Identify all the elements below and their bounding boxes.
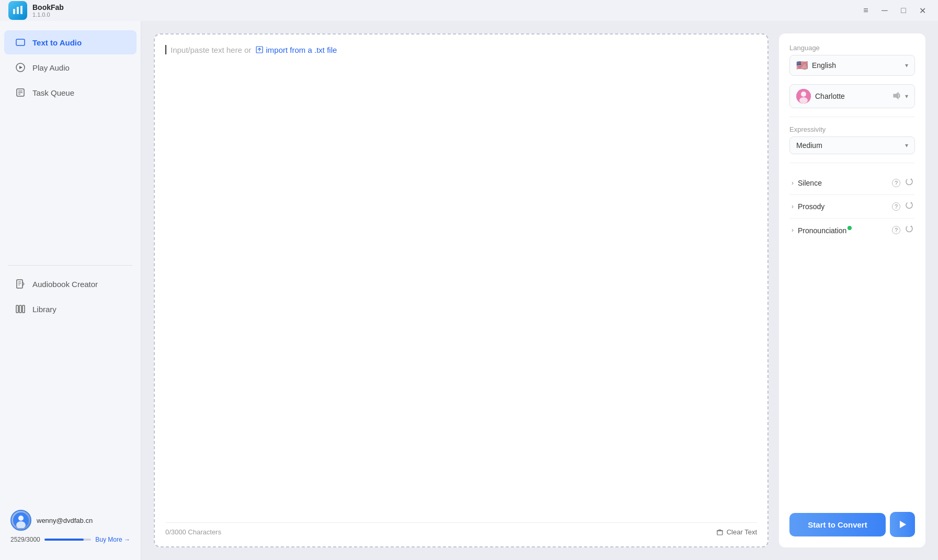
- language-value: English: [812, 61, 901, 70]
- sidebar-divider: [8, 265, 132, 266]
- svg-point-27: [799, 97, 808, 104]
- expressivity-value: Medium: [796, 141, 905, 150]
- divider-2: [789, 163, 915, 163]
- pronounciation-label: Pronounciation: [798, 226, 890, 235]
- silence-chevron-icon: ›: [792, 179, 794, 187]
- svg-rect-11: [17, 280, 22, 288]
- svg-rect-16: [19, 305, 21, 313]
- pronounciation-refresh-icon[interactable]: [905, 225, 913, 235]
- avatar: [10, 510, 31, 531]
- library-icon: [15, 303, 26, 315]
- start-convert-button[interactable]: Start to Convert: [789, 513, 886, 536]
- language-label: Language: [789, 44, 915, 52]
- app-logo-icon: [8, 1, 27, 20]
- clear-text-label: Clear Text: [727, 528, 757, 536]
- minimize-icon: ─: [882, 6, 887, 15]
- clear-text-button[interactable]: Clear Text: [716, 528, 757, 536]
- sidebar-footer: wenny@dvdfab.cn 2529/3000 Buy More →: [0, 501, 141, 552]
- text-to-audio-icon: [15, 37, 26, 48]
- voice-name: Charlotte: [815, 92, 888, 100]
- play-audio-icon: [15, 62, 26, 73]
- svg-marker-31: [910, 225, 912, 227]
- svg-rect-3: [16, 39, 25, 45]
- maximize-button[interactable]: □: [896, 3, 911, 18]
- content-area: Input/paste text here or import from a .…: [141, 21, 938, 560]
- close-button[interactable]: ✕: [915, 3, 930, 18]
- speaker-icon: [892, 92, 901, 101]
- convert-section: Start to Convert: [789, 512, 915, 537]
- credits-progress-bg: [44, 539, 92, 541]
- svg-rect-23: [717, 531, 722, 535]
- sidebar: Text to Audio Play Audio: [0, 21, 141, 560]
- voice-chevron-icon: ▾: [905, 93, 908, 100]
- import-link[interactable]: import from a .txt file: [255, 45, 337, 54]
- credits-count: 2529/3000: [10, 536, 40, 543]
- prosody-refresh-icon[interactable]: [905, 201, 913, 212]
- sidebar-item-audiobook-creator[interactable]: Audiobook Creator: [4, 272, 137, 296]
- voice-avatar: [796, 89, 811, 104]
- prosody-label: Prosody: [798, 202, 890, 211]
- svg-rect-2: [20, 6, 22, 14]
- expressivity-section: Expressivity Medium ▾: [789, 125, 915, 154]
- app-version: 1.1.0.0: [32, 12, 64, 18]
- titlebar: BookFab 1.1.0.0 ≡ ─ □ ✕: [0, 0, 938, 21]
- settings-card: Language 🇺🇸 English ▾: [779, 33, 925, 547]
- svg-rect-1: [17, 7, 19, 14]
- play-button[interactable]: [890, 512, 915, 537]
- credits-bar: 2529/3000 Buy More →: [10, 536, 130, 543]
- editor-placeholder-text: Input/paste text here or: [171, 45, 251, 54]
- prosody-help-icon[interactable]: ?: [892, 202, 900, 211]
- sidebar-label-task-queue: Task Queue: [32, 88, 74, 97]
- pronounciation-section[interactable]: › Pronounciation ?: [789, 219, 915, 242]
- silence-label: Silence: [798, 179, 890, 187]
- editor-footer: 0/3000 Characters Clear Text: [165, 522, 757, 536]
- flag-icon: 🇺🇸: [796, 60, 808, 71]
- collapsible-sections: › Silence ? › Prosody ?: [789, 172, 915, 242]
- editor-hint: Input/paste text here or import from a .…: [165, 45, 757, 54]
- text-cursor: [165, 45, 166, 54]
- app-name: BookFab: [32, 3, 64, 12]
- svg-point-26: [801, 92, 806, 97]
- svg-marker-28: [894, 93, 898, 99]
- expressivity-select[interactable]: Medium ▾: [789, 136, 915, 154]
- pronounciation-help-icon[interactable]: ?: [892, 226, 900, 234]
- menu-button[interactable]: ≡: [858, 3, 873, 18]
- silence-section[interactable]: › Silence ?: [789, 172, 915, 195]
- menu-icon: ≡: [863, 6, 868, 15]
- language-select[interactable]: 🇺🇸 English ▾: [789, 55, 915, 76]
- svg-rect-15: [16, 305, 18, 313]
- sidebar-item-play-audio[interactable]: Play Audio: [4, 55, 137, 79]
- credits-progress-fill: [44, 539, 84, 541]
- buy-more-link[interactable]: Buy More →: [95, 536, 130, 543]
- language-section: Language 🇺🇸 English ▾: [789, 44, 915, 76]
- maximize-icon: □: [901, 6, 906, 15]
- svg-rect-17: [22, 305, 25, 313]
- right-panel: Language 🇺🇸 English ▾: [779, 33, 925, 547]
- sidebar-label-audiobook-creator: Audiobook Creator: [32, 280, 98, 289]
- prosody-section[interactable]: › Prosody ?: [789, 195, 915, 219]
- language-chevron-icon: ▾: [905, 62, 908, 69]
- sidebar-bottom-nav: Audiobook Creator Library: [0, 271, 141, 501]
- sidebar-nav: Text to Audio Play Audio: [0, 29, 141, 260]
- import-link-text: import from a .txt file: [266, 45, 337, 54]
- green-dot-indicator: [847, 226, 852, 230]
- svg-marker-6: [19, 66, 22, 69]
- sidebar-label-library: Library: [32, 305, 56, 314]
- char-count: 0/3000 Characters: [165, 528, 221, 536]
- window-controls: ≡ ─ □ ✕: [858, 3, 930, 18]
- sidebar-item-text-to-audio[interactable]: Text to Audio: [4, 30, 137, 54]
- user-email: wenny@dvdfab.cn: [37, 517, 93, 524]
- prosody-chevron-icon: ›: [792, 203, 794, 210]
- svg-point-19: [18, 516, 24, 521]
- audiobook-creator-icon: [15, 278, 26, 290]
- voice-select[interactable]: Charlotte ▾: [789, 84, 915, 108]
- sidebar-item-library[interactable]: Library: [4, 297, 137, 321]
- silence-refresh-icon[interactable]: [905, 178, 913, 188]
- minimize-button[interactable]: ─: [877, 3, 892, 18]
- text-editor[interactable]: [165, 61, 757, 517]
- svg-marker-29: [910, 178, 912, 180]
- task-queue-icon: [15, 87, 26, 98]
- app-branding: BookFab 1.1.0.0: [8, 1, 64, 20]
- sidebar-item-task-queue[interactable]: Task Queue: [4, 81, 137, 105]
- silence-help-icon[interactable]: ?: [892, 179, 900, 187]
